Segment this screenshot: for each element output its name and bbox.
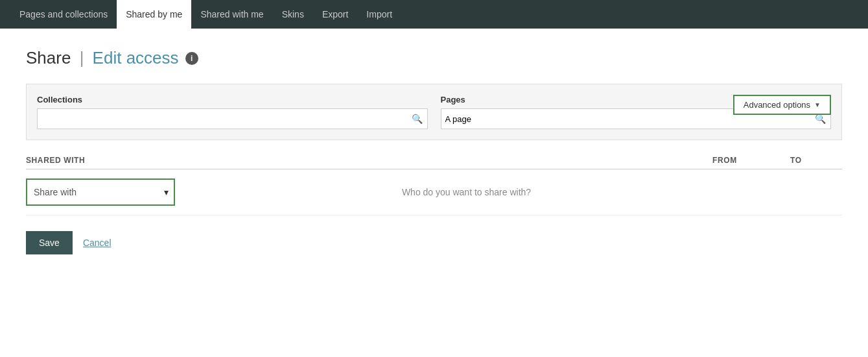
chevron-down-icon: ▼ — [814, 101, 821, 108]
share-table: SHARED WITH FROM TO Share with Who do yo… — [26, 156, 842, 215]
title-separator: | — [80, 48, 89, 68]
advanced-options-button[interactable]: Advanced options ▼ — [733, 95, 831, 115]
footer-actions: Save Cancel — [26, 231, 842, 254]
pages-search-icon[interactable]: 🔍 — [815, 114, 826, 124]
share-with-select[interactable]: Share with — [26, 178, 175, 206]
col-header-to: TO — [790, 156, 842, 165]
collections-label: Collections — [37, 95, 428, 105]
share-row: Share with Who do you want to share with… — [26, 169, 842, 215]
advanced-options-label: Advanced options — [744, 100, 810, 110]
col-header-shared-with: SHARED WITH — [26, 156, 220, 165]
share-prompt: Who do you want to share with? — [220, 187, 712, 197]
page-title-area: Share | Edit access i — [26, 48, 842, 68]
title-edit-access: Edit access — [93, 48, 179, 68]
nav-export[interactable]: Export — [313, 0, 357, 29]
collections-search-wrap: 🔍 — [37, 108, 428, 129]
save-button[interactable]: Save — [26, 231, 73, 254]
share-with-select-wrapper: Share with — [26, 178, 175, 206]
filter-panel: Collections 🔍 Pages 🔍 Advanced options ▼ — [26, 84, 842, 140]
cancel-button[interactable]: Cancel — [83, 238, 111, 248]
filter-row: Collections 🔍 Pages 🔍 — [37, 95, 831, 129]
nav-skins[interactable]: Skins — [273, 0, 313, 29]
top-navigation: Pages and collections Shared by me Share… — [0, 0, 868, 29]
share-with-dropdown-wrap: Share with — [26, 178, 220, 206]
col-header-from: FROM — [712, 156, 790, 165]
title-share: Share — [26, 48, 71, 68]
page-title: Share | Edit access — [26, 48, 179, 68]
col-header-message — [220, 156, 712, 165]
info-icon[interactable]: i — [185, 52, 198, 65]
collections-search-icon[interactable]: 🔍 — [412, 114, 423, 124]
collections-filter-group: Collections 🔍 — [37, 95, 428, 129]
nav-shared-by-me[interactable]: Shared by me — [117, 0, 191, 29]
nav-import[interactable]: Import — [357, 0, 401, 29]
share-table-header: SHARED WITH FROM TO — [26, 156, 842, 169]
collections-search-input[interactable] — [37, 108, 428, 129]
nav-shared-with-me[interactable]: Shared with me — [191, 0, 272, 29]
nav-pages-collections[interactable]: Pages and collections — [10, 0, 117, 29]
main-content: Share | Edit access i Collections 🔍 Page… — [0, 29, 868, 274]
